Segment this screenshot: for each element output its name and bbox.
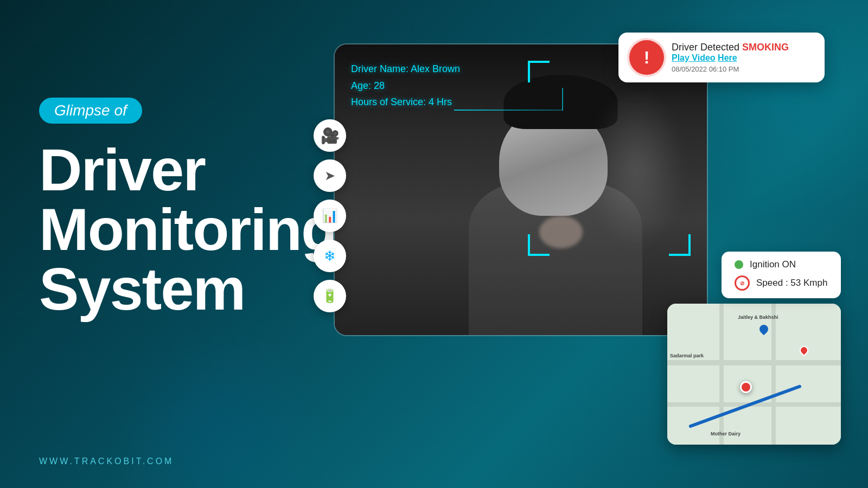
corner-bl: [528, 234, 550, 256]
alert-prefix: Driver Detected: [672, 42, 739, 53]
alert-link[interactable]: Play Video Here: [672, 53, 814, 63]
chart-icon: 📊: [322, 208, 338, 223]
alert-icon: !: [629, 40, 664, 75]
title-line3: System: [39, 259, 336, 319]
location-icon-button[interactable]: ➤: [314, 159, 346, 192]
driver-info-overlay: Driver Name: Alex Brown Age: 28 Hours of…: [351, 61, 460, 111]
glimpse-text: Glimpse of: [54, 102, 127, 119]
road-h1: [667, 360, 841, 365]
main-title: Driver Monitoring System: [39, 140, 336, 319]
alert-play-label: Play Video: [672, 53, 716, 62]
icon-sidebar: 🎥 ➤ 📊 ❄ 🔋: [314, 119, 346, 312]
driver-hours: Hours of Service: 4 Hrs: [351, 94, 460, 111]
alert-title: Driver Detected SMOKING: [672, 42, 814, 53]
info-connector-line: [454, 110, 563, 111]
ignition-label: Ignition ON: [750, 259, 796, 270]
chart-icon-button[interactable]: 📊: [314, 200, 346, 232]
snowflake-icon-button[interactable]: ❄: [314, 240, 346, 272]
camera-icon: 🎥: [321, 127, 340, 145]
driver-name: Driver Name: Alex Brown: [351, 61, 460, 78]
alert-exclamation: !: [644, 48, 650, 68]
map-label-jaitley: Jaitley & Bakhshi: [738, 314, 778, 320]
title-line1: Driver: [39, 140, 336, 200]
ignition-row: Ignition ON: [735, 259, 828, 270]
corner-tl: [528, 61, 550, 82]
ignition-dot: [735, 260, 743, 269]
status-panel: Ignition ON ⊘ Speed : 53 Kmph: [722, 252, 841, 298]
speed-row: ⊘ Speed : 53 Kmph: [735, 275, 828, 291]
speed-label: Speed : 53 Kmph: [756, 278, 827, 288]
battery-icon: 🔋: [322, 288, 338, 304]
alert-text-block: Driver Detected SMOKING Play Video Here …: [672, 42, 814, 73]
face-tracking-frame: [528, 61, 691, 256]
camera-icon-button[interactable]: 🎥: [314, 119, 346, 152]
snowflake-icon: ❄: [324, 248, 336, 265]
map-background: Jaitley & Bakhshi Sadarmal park Mother D…: [667, 304, 841, 445]
alert-here-link[interactable]: Here: [718, 53, 737, 62]
battery-icon-button[interactable]: 🔋: [314, 280, 346, 312]
road-v1: [719, 304, 724, 445]
alert-highlight: SMOKING: [742, 42, 789, 53]
speed-icon: ⊘: [735, 275, 750, 291]
left-section: Glimpse of Driver Monitoring System: [39, 98, 336, 319]
road-v2: [771, 304, 776, 445]
glimpse-badge: Glimpse of: [39, 98, 142, 124]
website-url: WWW.TRACKOBIT.COM: [39, 457, 174, 466]
map-label-sadarmal: Sadarmal park: [670, 353, 704, 358]
corner-br: [669, 234, 691, 256]
title-line2: Monitoring: [39, 200, 336, 259]
map-panel: Jaitley & Bakhshi Sadarmal park Mother D…: [667, 304, 841, 445]
alert-notification: ! Driver Detected SMOKING Play Video Her…: [618, 33, 825, 82]
alert-datetime: 08/05/2022 06:10 PM: [672, 65, 814, 73]
monitor-panel: Driver Name: Alex Brown Age: 28 Hours of…: [334, 43, 708, 336]
driver-age: Age: 28: [351, 78, 460, 94]
location-icon: ➤: [324, 168, 335, 183]
map-label-dairy: Mother Dairy: [711, 431, 741, 436]
